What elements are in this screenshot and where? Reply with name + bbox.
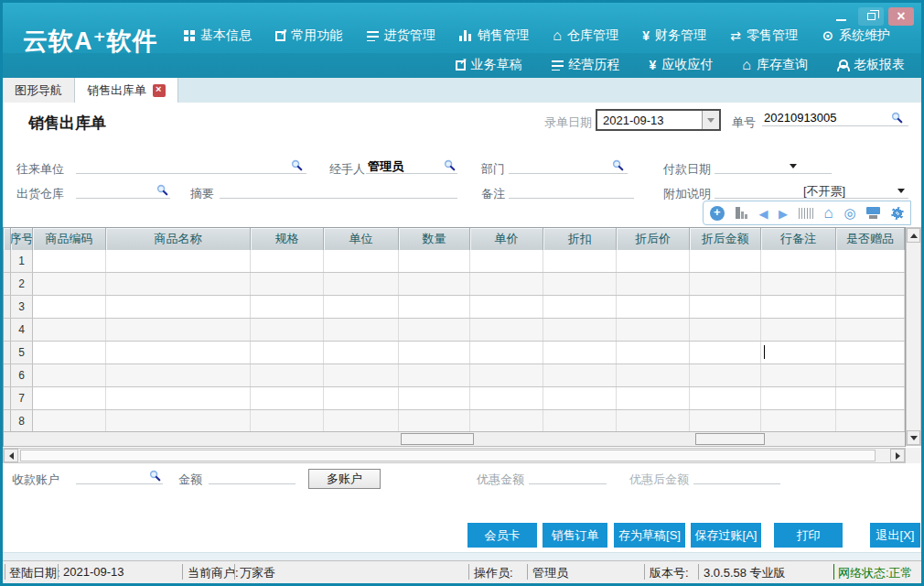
row-number-cell[interactable]: 4: [11, 319, 33, 341]
grid-cell[interactable]: [617, 296, 690, 318]
grid-cell[interactable]: [399, 410, 470, 431]
after-discount-input[interactable]: [693, 467, 780, 484]
next-icon[interactable]: [779, 205, 788, 222]
column-header[interactable]: 商品编码: [33, 228, 106, 250]
grid-cell[interactable]: [324, 387, 399, 409]
grid-cell[interactable]: [836, 296, 905, 318]
grid-cell[interactable]: [761, 273, 836, 295]
grid-cell[interactable]: [324, 342, 399, 364]
menu-item-finance-mgmt[interactable]: 财务管理: [642, 27, 706, 44]
grid-cell[interactable]: [617, 250, 690, 272]
grid-cell[interactable]: [836, 387, 905, 409]
column-header[interactable]: 数量: [399, 228, 470, 250]
grid-cell[interactable]: [761, 364, 836, 386]
entry-date-dropdown-button[interactable]: [702, 111, 719, 129]
grid-cell[interactable]: [251, 387, 324, 409]
grid-cell[interactable]: [470, 296, 543, 318]
settings-gear-icon[interactable]: [891, 207, 904, 220]
search-icon[interactable]: [891, 112, 903, 124]
grid-cell[interactable]: [543, 410, 617, 431]
account-input[interactable]: [76, 467, 163, 484]
grid-cell[interactable]: [399, 296, 470, 318]
row-number-cell[interactable]: 8: [11, 410, 33, 431]
grid-cell[interactable]: [106, 273, 251, 295]
grid-cell[interactable]: [617, 364, 690, 386]
grid-cell[interactable]: [836, 250, 905, 272]
search-icon[interactable]: [291, 159, 303, 171]
tab-graphic-navigation[interactable]: 图形导航: [3, 78, 75, 103]
close-button[interactable]: [888, 7, 914, 26]
search-icon[interactable]: [156, 184, 168, 196]
grid-cell[interactable]: [470, 387, 543, 409]
grid-cell[interactable]: [690, 342, 761, 364]
exit-button[interactable]: 退出[X]: [870, 523, 920, 548]
grid-cell[interactable]: [761, 250, 836, 272]
menu-item-purchase-mgmt[interactable]: 进货管理: [367, 27, 435, 44]
building-icon[interactable]: [736, 207, 748, 219]
grid-cell[interactable]: [324, 296, 399, 318]
grid-cell[interactable]: [761, 410, 836, 431]
column-header[interactable]: 序号: [11, 228, 33, 250]
grid-cell[interactable]: [251, 364, 324, 386]
grid-cell[interactable]: [399, 250, 470, 272]
grid-cell[interactable]: [324, 364, 399, 386]
grid-cell[interactable]: [324, 410, 399, 431]
vertical-scrollbar[interactable]: [906, 227, 921, 446]
menu-item-receivable-payable[interactable]: 应收应付: [650, 57, 714, 73]
partner-input[interactable]: [76, 157, 306, 174]
grid-cell[interactable]: [617, 273, 690, 295]
grid-cell[interactable]: [106, 387, 251, 409]
handler-input[interactable]: 管理员: [366, 157, 457, 174]
menu-item-warehouse-mgmt[interactable]: 仓库管理: [553, 27, 618, 44]
grid-cell[interactable]: [690, 296, 761, 318]
grid-cell[interactable]: [543, 364, 617, 386]
grid-cell[interactable]: [617, 410, 690, 431]
row-number-cell[interactable]: 7: [11, 387, 33, 409]
grid-cell[interactable]: [33, 342, 106, 364]
department-input[interactable]: [509, 157, 628, 174]
scrollbar-thumb[interactable]: [20, 450, 876, 461]
menu-item-basic-info[interactable]: 基本信息: [184, 27, 252, 44]
grid-cell[interactable]: [761, 387, 836, 409]
column-header[interactable]: 折后金额: [690, 228, 761, 250]
grid-cell[interactable]: [251, 296, 324, 318]
row-number-cell[interactable]: 1: [11, 250, 33, 272]
menu-item-common-functions[interactable]: 常用功能: [275, 27, 342, 44]
grid-cell[interactable]: [470, 250, 543, 272]
grid-cell[interactable]: [690, 319, 761, 341]
grid-cell[interactable]: [106, 319, 251, 341]
grid-cell[interactable]: [324, 319, 399, 341]
search-circle-icon[interactable]: [844, 205, 856, 222]
grid-cell[interactable]: [33, 296, 106, 318]
warehouse-input[interactable]: [76, 181, 170, 199]
barcode-icon[interactable]: [799, 208, 813, 219]
grid-cell[interactable]: [399, 273, 470, 295]
summary-input[interactable]: [220, 181, 457, 199]
grid-cell[interactable]: [324, 250, 399, 272]
grid-cell[interactable]: [399, 342, 470, 364]
grid-cell[interactable]: [251, 250, 324, 272]
scroll-down-icon[interactable]: [907, 430, 920, 445]
grid-cell[interactable]: [690, 364, 761, 386]
scroll-left-icon[interactable]: [4, 449, 18, 462]
grid-cell[interactable]: [836, 273, 905, 295]
column-header[interactable]: 是否赠品: [836, 228, 905, 250]
column-header[interactable]: 商品名称: [106, 228, 251, 250]
extra-note-select[interactable]: [不开票]: [714, 181, 908, 199]
search-icon[interactable]: [612, 159, 624, 171]
grid-cell[interactable]: [33, 364, 106, 386]
grid-cell[interactable]: [836, 364, 905, 386]
restore-button[interactable]: [858, 7, 884, 26]
grid-cell[interactable]: [470, 364, 543, 386]
grid-cell[interactable]: [470, 342, 543, 364]
grid-cell[interactable]: [761, 296, 836, 318]
grid-cell[interactable]: [470, 410, 543, 431]
order-no-input[interactable]: 20210913005: [762, 109, 908, 126]
grid-cell[interactable]: [33, 410, 106, 431]
grid-cell[interactable]: [106, 342, 251, 364]
menu-item-sales-mgmt[interactable]: 销售管理: [459, 27, 529, 44]
grid-cell[interactable]: [543, 319, 617, 341]
menu-item-retail-mgmt[interactable]: 零售管理: [730, 27, 798, 44]
grid-cell[interactable]: [543, 273, 617, 295]
save-draft-button[interactable]: 存为草稿[S]: [614, 523, 685, 548]
